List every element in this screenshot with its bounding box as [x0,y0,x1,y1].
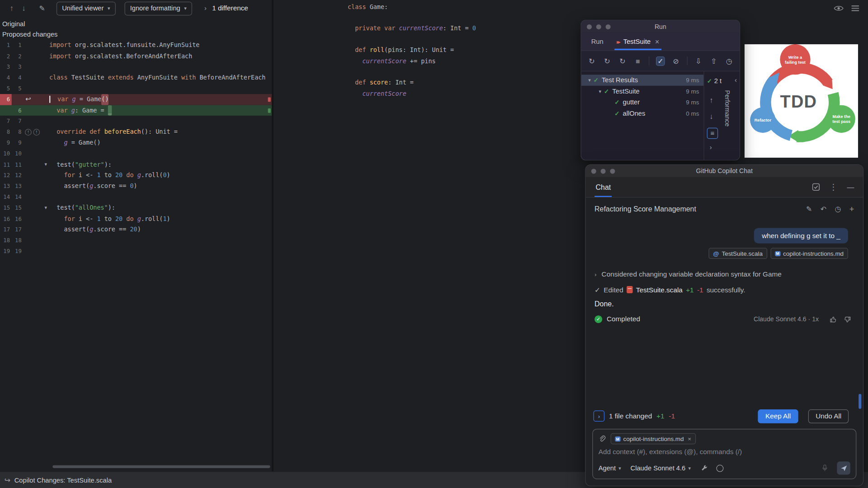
edit-source-icon[interactable]: ✎ [37,4,47,12]
minimize-icon[interactable]: — [847,183,854,191]
chevron-down-icon[interactable]: ▾ [586,77,594,83]
new-chat-icon[interactable]: + [849,204,854,214]
list-icon[interactable] [851,5,859,12]
diff-line: 1010 [0,148,272,159]
undo-all-button[interactable]: Undo All [808,409,849,423]
collapse-all-icon[interactable]: ⇧ [709,56,718,66]
tab-run-label: Run [591,38,604,45]
close-tab-icon[interactable]: × [655,38,659,46]
mic-icon[interactable] [821,464,829,472]
rerun-failed-tests-icon[interactable]: ↻ [603,56,611,66]
code-line: assert(g.score == 20) [49,224,272,235]
eye-icon[interactable] [834,5,844,12]
line-number: 16 [12,213,24,224]
scroll-up-icon[interactable]: ↑ [710,96,713,104]
thumbs-down-icon[interactable] [844,316,851,323]
test-tree-row[interactable]: ✓allOnes0 ms [581,108,704,119]
expand-panel-icon[interactable]: › [710,143,712,151]
model-dropdown[interactable]: Claude Sonnet 4.6 [631,464,686,472]
code-line: g = Game() [49,137,272,148]
expand-all-icon[interactable]: ⇩ [694,56,703,66]
show-passed-icon[interactable]: ✓ [656,56,665,66]
paperclip-icon[interactable] [599,435,606,442]
traffic-light-minimize[interactable] [601,169,606,174]
next-difference-button[interactable]: ↓ [18,4,30,13]
thought-row[interactable]: › Considered changing variable declarati… [586,271,863,278]
test-name: allOnes [623,109,646,117]
override-marker-icon[interactable]: ↑ [33,129,40,136]
traffic-light-close[interactable] [591,169,596,174]
code-line [49,61,272,72]
editor-line [348,13,476,23]
show-ignored-icon[interactable]: ⊘ [671,56,680,66]
test-name: Test Results [602,76,638,84]
line-number [0,105,12,116]
toggle-auto-test-icon[interactable]: ↻ [618,56,627,66]
horizontal-scrollbar[interactable] [52,465,270,468]
vertical-scrollbar[interactable] [859,394,861,409]
chevron-right-icon[interactable]: › [204,5,207,12]
chat-input[interactable]: M copilot-instructions.md × Add context … [592,429,856,479]
send-button[interactable] [837,461,850,474]
stop-icon[interactable]: ■ [633,56,642,66]
scroll-down-icon[interactable]: ↓ [710,113,713,121]
change-stripe-added[interactable] [268,108,271,113]
test-tree-row[interactable]: ▾✓Test Results9 ms [581,75,704,85]
lines-removed: -1 [697,286,703,293]
tab-chat[interactable]: Chat [594,177,612,197]
traffic-light-close[interactable] [587,24,592,29]
diff-line: 55 [0,83,272,94]
kebab-menu-icon[interactable]: ⋮ [829,182,837,192]
app-window: ↑ ↓ ✎ Unified viewer ▾ Ignore formatting… [0,0,868,488]
edit-icon[interactable]: ✎ [806,205,812,213]
code-line: var g = Game() [49,94,272,105]
input-placeholder[interactable]: Add context (#), extensions (@), command… [599,448,850,457]
select-code-icon[interactable] [812,183,820,191]
test-tree-row[interactable]: ✓gutter9 ms [581,97,704,108]
chevron-down-icon[interactable]: ▾ [596,89,604,94]
code-line: import org.scalatest.funsuite.AnyFunSuit… [49,40,272,51]
expand-changes-icon[interactable]: › [594,411,604,422]
test-history-icon[interactable]: ◷ [725,56,733,66]
thumbs-up-icon[interactable] [830,316,837,323]
test-tree-row[interactable]: ▾✓TestSuite9 ms [581,86,704,97]
context-chip[interactable]: Mcopilot-instructions.md [770,248,848,259]
undo-icon[interactable]: ↶ [821,205,826,213]
formatting-dropdown[interactable]: Ignore formatting ▾ [124,1,192,15]
keep-all-button[interactable]: Keep All [758,409,798,423]
editor-line: currentScore [348,89,476,99]
collapse-panel-icon[interactable]: ‹ [735,76,737,84]
gutter [23,224,49,235]
chat-body: Refactoring Score Management ✎ ↶ ◷ + whe… [586,197,863,486]
agent-dropdown[interactable]: Agent [599,464,616,472]
fold-region-icon[interactable]: ▾ [45,202,47,213]
remove-chip-icon[interactable]: × [688,436,691,442]
performance-tab[interactable]: Performance [724,90,731,127]
override-marker-icon[interactable]: ↑ [25,129,32,136]
code-line: override def beforeEach(): Unit = [49,127,272,137]
tab-run[interactable]: Run [589,33,606,50]
traffic-light-zoom[interactable] [610,169,615,174]
traffic-light-zoom[interactable] [606,24,611,29]
line-number: 2 [0,51,12,61]
line-number: 3 [0,61,12,72]
history-icon[interactable]: ◷ [835,205,841,213]
context-chip[interactable]: @TestSuite.scala [708,248,767,259]
line-number: 17 [0,224,12,235]
status-text[interactable]: Copilot Changes: TestSuite.scala [14,476,112,484]
chevron-down-icon: ▾ [184,5,187,11]
previous-difference-button[interactable]: ↑ [5,4,18,13]
run-tree: ▾✓Test Results9 ms▾✓TestSuite9 ms✓gutter… [581,71,704,160]
revert-change-icon[interactable]: ↩ [25,94,31,105]
fold-region-icon[interactable]: ▾ [45,159,47,170]
viewer-mode-dropdown[interactable]: Unified viewer ▾ [57,1,116,15]
panel-divider[interactable] [272,0,274,471]
change-stripe-removed[interactable] [268,98,271,102]
tab-testsuite[interactable]: ▸▸ TestSuite × [614,33,661,50]
edited-file-name[interactable]: TestSuite.scala [636,286,683,293]
rerun-tests-icon[interactable]: ↻ [587,56,596,66]
tools-icon[interactable] [700,464,708,472]
traffic-light-minimize[interactable] [596,24,601,29]
view-options-icon[interactable]: ≡ [707,128,718,139]
input-context-chip[interactable]: M copilot-instructions.md × [611,433,696,444]
